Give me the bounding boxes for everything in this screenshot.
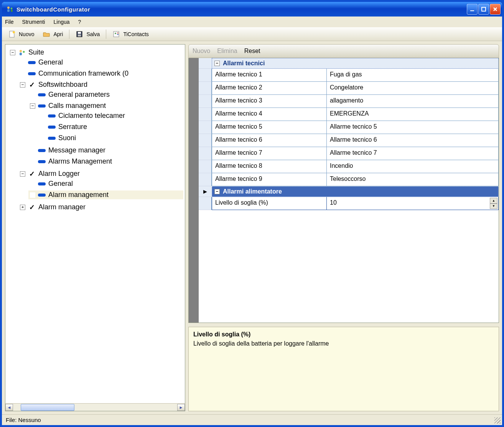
tree-node-suoni[interactable]: Suoni: [38, 134, 183, 142]
app-icon: [6, 5, 13, 13]
scroll-right-button[interactable]: ►: [177, 404, 185, 411]
svg-rect-3: [11, 10, 13, 12]
expand-icon[interactable]: +: [20, 205, 25, 210]
item-icon: [38, 92, 46, 98]
collapse-icon[interactable]: −: [20, 82, 25, 88]
property-row[interactable]: Allarme tecnico 2Congelatore: [199, 82, 499, 95]
close-button[interactable]: [490, 4, 501, 15]
property-value[interactable]: Congelatore: [327, 82, 499, 95]
tree-node-comm-framework[interactable]: Communication framework (0: [18, 69, 183, 78]
spinner-control[interactable]: ▲ ▼: [490, 198, 497, 209]
details-reset-button[interactable]: Reset: [244, 48, 260, 55]
tree-node-serrature[interactable]: Serrature: [38, 122, 183, 131]
svg-rect-13: [117, 33, 119, 33]
property-row[interactable]: Allarme tecnico 1Fuga di gas: [199, 69, 499, 82]
scrollbar-thumb[interactable]: [21, 404, 74, 411]
tree-node-alarm-logger[interactable]: −Alarm Logger: [18, 169, 183, 178]
property-value[interactable]: EMERGENZA: [327, 108, 499, 121]
check-icon: [28, 171, 36, 177]
menu-language[interactable]: Lingua: [53, 19, 69, 25]
property-value[interactable]: allagamento: [327, 95, 499, 108]
details-delete-button: Elimina: [217, 48, 237, 55]
tree-horizontal-scrollbar[interactable]: ◄ ►: [5, 403, 185, 411]
tree-node-suite[interactable]: − Suite: [8, 48, 183, 57]
check-icon: [28, 82, 36, 88]
tree-node-message-manager[interactable]: Message manager: [28, 146, 183, 155]
property-key: Allarme tecnico 9: [212, 173, 327, 186]
tree-node-alarm-manager[interactable]: +Alarm manager: [18, 203, 183, 212]
property-row[interactable]: Allarme tecnico 9Telesoccorso: [199, 173, 499, 186]
toolbar-separator: [69, 30, 69, 39]
property-value[interactable]: Fuga di gas: [327, 69, 499, 82]
svg-point-12: [115, 33, 116, 34]
property-value[interactable]: Allarme tecnico 7: [327, 147, 499, 160]
toolbar-separator: [106, 30, 106, 39]
scroll-left-button[interactable]: ◄: [5, 404, 13, 411]
property-row-threshold[interactable]: Livello di soglia (%) 10 ▲ ▼: [199, 197, 499, 210]
category-allarmi-alimentatore[interactable]: − Allarmi alimentatore: [212, 186, 499, 197]
resize-grip-icon[interactable]: [494, 417, 501, 424]
property-row[interactable]: Allarme tecnico 5Allarme tecnico 5: [199, 121, 499, 134]
property-value[interactable]: Allarme tecnico 6: [327, 134, 499, 147]
menu-bar: File Strumenti Lingua ?: [2, 17, 502, 27]
tree-node-alarm-management[interactable]: Alarm management: [28, 190, 183, 199]
details-pane: Nuovo Elimina Reset − Allarmi tecnici Al…: [188, 44, 499, 411]
property-value-threshold[interactable]: 10 ▲ ▼: [327, 197, 499, 210]
toolbar-new-button[interactable]: Nuovo: [4, 29, 38, 40]
menu-tools[interactable]: Strumenti: [22, 19, 45, 25]
tree-node-alarms-management[interactable]: Alarms Management: [28, 157, 183, 166]
item-icon: [38, 103, 46, 109]
item-icon: [28, 71, 36, 77]
property-value[interactable]: Incendio: [327, 160, 499, 173]
tree-node-al-general[interactable]: General: [28, 179, 183, 188]
item-icon: [38, 181, 46, 187]
config-tree[interactable]: − Suite General Communication framework …: [5, 45, 185, 403]
menu-help[interactable]: ?: [78, 19, 81, 25]
collapse-icon[interactable]: −: [214, 189, 220, 194]
spinner-down-icon[interactable]: ▼: [490, 204, 497, 209]
property-row[interactable]: Allarme tecnico 7Allarme tecnico 7: [199, 147, 499, 160]
floppy-disk-icon: [76, 30, 83, 38]
tree-node-general-parameters[interactable]: General parameters: [28, 90, 183, 99]
property-value[interactable]: Allarme tecnico 5: [327, 121, 499, 134]
toolbar-save-button[interactable]: Salva: [72, 29, 104, 40]
tree-node-softswitchboard[interactable]: −Softswitchboard: [18, 80, 183, 89]
row-selector-icon: ▶: [199, 186, 212, 197]
tree-node-calls-management[interactable]: −Calls management: [28, 101, 183, 110]
item-icon: [28, 60, 36, 66]
item-icon: [48, 124, 56, 130]
tree-node-general[interactable]: General: [18, 58, 183, 67]
tree-node-ciclamento[interactable]: Ciclamento telecamer: [38, 111, 183, 120]
svg-rect-14: [117, 34, 119, 35]
property-value[interactable]: Telesoccorso: [327, 173, 499, 186]
minimize-button[interactable]: [467, 4, 478, 15]
property-row[interactable]: Allarme tecnico 3allagamento: [199, 95, 499, 108]
details-toolbar: Nuovo Elimina Reset: [188, 44, 499, 58]
maximize-button[interactable]: [478, 4, 489, 15]
collapse-icon[interactable]: −: [30, 103, 35, 109]
property-row[interactable]: Allarme tecnico 4EMERGENZA: [199, 108, 499, 121]
property-key: Allarme tecnico 4: [212, 108, 327, 121]
item-icon: [48, 135, 56, 141]
title-bar: SwitchboardConfigurator: [2, 2, 502, 17]
menu-file[interactable]: File: [5, 19, 14, 25]
details-new-button: Nuovo: [193, 48, 210, 55]
check-icon: [28, 204, 36, 210]
toolbar-ticontacts-button[interactable]: TiContacts: [109, 29, 152, 40]
collapse-icon[interactable]: −: [10, 50, 15, 55]
collapse-icon[interactable]: −: [20, 171, 25, 177]
item-icon: [38, 192, 46, 198]
property-key: Allarme tecnico 7: [212, 147, 327, 160]
svg-rect-16: [20, 53, 22, 55]
spinner-up-icon[interactable]: ▲: [490, 198, 497, 204]
collapse-icon[interactable]: −: [214, 61, 220, 66]
svg-rect-5: [482, 7, 486, 11]
scrollbar-track[interactable]: [13, 404, 177, 411]
svg-rect-9: [78, 32, 81, 34]
property-row[interactable]: Allarme tecnico 6Allarme tecnico 6: [199, 134, 499, 147]
property-row[interactable]: Allarme tecnico 8Incendio: [199, 160, 499, 173]
grid-gutter: [189, 58, 199, 323]
toolbar-open-button[interactable]: Apri: [39, 29, 67, 40]
category-allarmi-tecnici[interactable]: − Allarmi tecnici: [212, 58, 499, 69]
property-key: Livello di soglia (%): [212, 197, 327, 210]
